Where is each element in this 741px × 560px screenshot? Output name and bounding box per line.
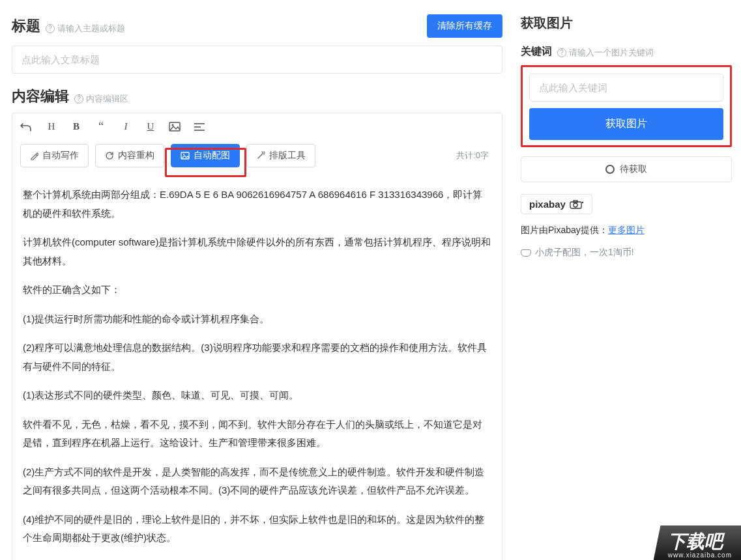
restructure-button[interactable]: 内容重构 (95, 144, 164, 167)
paragraph: 整个计算机系统由两部分组成：E.69DA 5 E 6 BA 9062616964… (23, 186, 491, 223)
pencil-icon (30, 152, 38, 160)
auto-image-button[interactable]: 自动配图 (171, 144, 240, 167)
keyword-input[interactable] (529, 74, 723, 102)
pixabay-badge: pixabay (521, 194, 592, 214)
action-toolbar: 自动写作 内容重构 自动配图 排版工具 共计:0字 (12, 140, 502, 176)
picture-icon (181, 152, 190, 160)
underline-icon[interactable]: U (144, 121, 157, 132)
auto-write-button[interactable]: 自动写作 (20, 144, 89, 167)
circle-icon (605, 165, 615, 174)
help-icon: ? (557, 48, 566, 57)
svg-point-10 (582, 201, 583, 203)
image-icon[interactable] (169, 122, 182, 132)
fetch-image-panel: 获取图片 (521, 65, 732, 147)
clear-cache-button[interactable]: 清除所有缓存 (427, 14, 502, 38)
undo-icon[interactable] (20, 122, 33, 132)
svg-point-8 (574, 203, 577, 207)
wand-icon (256, 151, 265, 160)
provider-line: 图片由Pixabay提供：更多图片 (521, 225, 732, 236)
paragraph: (1)提供运行时所需功能和性能的命令或计算机程序集合。 (23, 310, 491, 329)
editor-heading: 内容编辑 (12, 87, 69, 106)
editor-hint: ? 内容编辑区 (74, 93, 128, 105)
heading-icon[interactable]: H (45, 121, 58, 132)
editor-content[interactable]: 整个计算机系统由两部分组成：E.69DA 5 E 6 BA 9062616964… (12, 176, 502, 560)
more-images-link[interactable]: 更多图片 (608, 225, 645, 235)
coin-note: 小虎子配图，一次1淘币! (521, 247, 732, 259)
paragraph: (1)表达形式不同的硬件类型、颜色、味道、可见、可摸、可闻。 (23, 386, 491, 405)
title-heading: 标题 (12, 16, 40, 36)
paragraph: 软件看不见，无色，枯燥，看不见，摸不到，闻不到。软件大部分存在于人们的头脑或纸上… (23, 415, 491, 453)
paragraph: 软件的正确含义如下： (23, 281, 491, 300)
keyword-label: 关键词 (521, 45, 552, 59)
coin-icon (521, 249, 531, 257)
format-toolbar: H B “ I U (12, 113, 502, 140)
paragraph: (4)维护不同的硬件是旧的，理论上软件是旧的，并不坏，但实际上软件也是旧的和坏的… (23, 511, 491, 548)
camera-icon (570, 200, 584, 209)
quote-icon[interactable]: “ (94, 120, 108, 133)
fetch-image-button[interactable]: 获取图片 (529, 108, 723, 140)
bold-icon[interactable]: B (70, 121, 83, 132)
article-title-input[interactable] (12, 46, 502, 74)
paragraph: (2)程序可以满意地处理信息的数据结构。(3)说明程序功能要求和程序需要的文档的… (23, 339, 491, 376)
help-icon: ? (74, 94, 83, 104)
align-icon[interactable] (194, 122, 207, 132)
watermark: 下载吧 www.xiazaiba.com (654, 525, 741, 560)
paragraph: 计算机软件(computer software)是指计算机系统中除硬件以外的所有… (23, 233, 491, 270)
svg-point-6 (183, 154, 184, 155)
editor-panel: H B “ I U 自动写作 内容重构 (12, 113, 502, 560)
layout-tool-button[interactable]: 排版工具 (246, 144, 315, 167)
svg-point-1 (172, 124, 174, 126)
italic-icon[interactable]: I (119, 121, 132, 132)
pending-status[interactable]: 待获取 (521, 156, 732, 182)
refresh-icon (105, 151, 114, 160)
title-hint: ? 请输入主题或标题 (46, 23, 125, 35)
help-icon: ? (46, 24, 55, 33)
right-heading: 获取图片 (521, 14, 732, 32)
char-count: 共计:0字 (456, 150, 494, 161)
keyword-hint: ? 请输入一个图片关键词 (557, 47, 654, 59)
paragraph: (2)生产方式不同的软件是开发，是人类智能的高发挥，而不是传统意义上的硬件制造。… (23, 463, 491, 500)
